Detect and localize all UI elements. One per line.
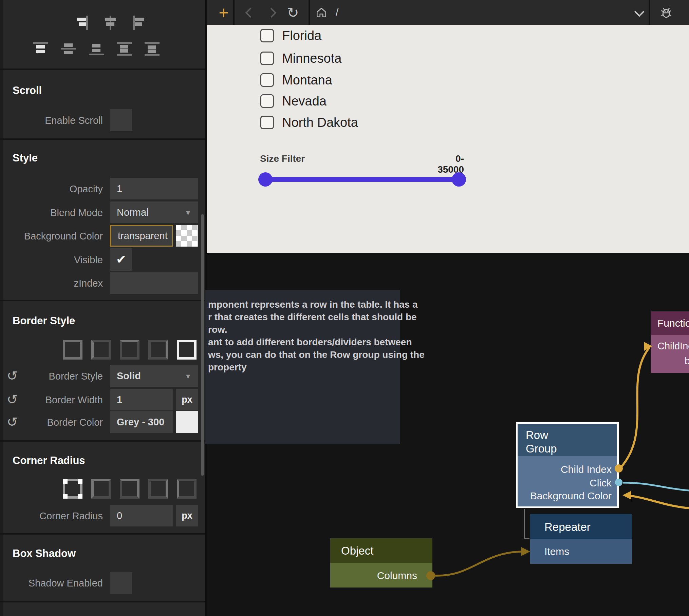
corner-radius-label: Corner Radius	[14, 511, 103, 522]
slider-handle-max[interactable]	[452, 172, 466, 187]
tooltip-line: ws, you can do that on the Row group usi…	[208, 348, 403, 361]
checkbox-minnesota[interactable]	[260, 52, 274, 65]
align-left-icon[interactable]	[130, 16, 147, 31]
border-right-button[interactable]	[148, 340, 168, 360]
border-style-label: Border Style	[14, 371, 103, 382]
zindex-input[interactable]	[110, 272, 198, 294]
home-button[interactable]	[314, 0, 329, 25]
tooltip-line: property	[208, 361, 403, 373]
distribute-vertical-icon[interactable]	[144, 42, 160, 57]
repeater-node[interactable]: Repeater Items	[530, 514, 632, 564]
reload-button[interactable]: ↻	[285, 0, 300, 25]
object-node[interactable]: Object Columns	[330, 538, 432, 588]
tooltip-line: row.	[208, 323, 403, 336]
border-color-input[interactable]: Grey - 300	[110, 411, 173, 433]
forward-button[interactable]	[264, 0, 278, 25]
corner-top-left-button[interactable]	[91, 479, 111, 499]
border-style-section-title: Border Style	[13, 315, 75, 327]
preview-dropdown-button[interactable]	[632, 0, 647, 25]
checkbox-florida-label: Florida	[282, 28, 321, 43]
align-center-horizontal-icon[interactable]	[102, 16, 118, 31]
home-icon	[315, 7, 328, 18]
properties-panel: Scroll Enable Scroll Style Opacity 1 Ble…	[0, 0, 205, 616]
checkbox-florida[interactable]	[260, 29, 274, 42]
align-top-icon[interactable]	[33, 42, 49, 57]
corner-top-right-button[interactable]	[120, 479, 139, 499]
checkbox-nevada[interactable]	[260, 94, 274, 108]
enable-scroll-checkbox[interactable]	[110, 109, 132, 131]
add-button[interactable]: +	[213, 0, 234, 25]
row-group-node-subtitle: Group	[526, 442, 557, 455]
opacity-label: Opacity	[14, 184, 103, 195]
opacity-input[interactable]: 1	[110, 178, 198, 199]
arrowhead-background-color	[622, 491, 631, 500]
border-left-button[interactable]	[91, 340, 111, 360]
style-section-title: Style	[13, 152, 38, 164]
align-right-icon[interactable]	[74, 16, 90, 31]
border-width-input[interactable]: 1	[110, 389, 173, 410]
border-top-button[interactable]	[120, 340, 139, 360]
row-group-node-title: Row	[526, 429, 548, 442]
function-node[interactable]: Function ChildInde b	[651, 311, 689, 373]
back-button[interactable]	[243, 0, 257, 25]
repeater-node-title: Repeater	[544, 521, 591, 534]
background-color-swatch[interactable]	[176, 225, 198, 247]
background-color-port[interactable]: Background Color	[530, 490, 612, 502]
app-preview: Florida Minnesota Montana Nevada North D…	[207, 25, 689, 253]
items-port[interactable]: Items	[544, 546, 569, 557]
object-node-title: Object	[341, 544, 373, 557]
chevron-left-icon	[245, 7, 255, 18]
visible-checkbox[interactable]: ✔	[110, 248, 132, 271]
border-color-label: Border Color	[14, 417, 103, 428]
function-node-title: Function	[657, 317, 689, 329]
alignment-toolbar	[0, 0, 205, 69]
align-center-vertical-icon[interactable]	[60, 42, 77, 57]
columns-port[interactable]: Columns	[377, 570, 417, 581]
border-custom-button[interactable]	[177, 340, 197, 360]
corner-all-button[interactable]	[63, 479, 82, 499]
size-filter-label: Size Filter	[260, 153, 305, 164]
chevron-down-icon: ▾	[186, 371, 190, 381]
border-style-select[interactable]: Solid	[110, 365, 198, 387]
function-port-second-line: b	[685, 355, 689, 367]
checkbox-montana[interactable]	[260, 73, 274, 87]
chevron-down-icon: ▾	[186, 208, 190, 217]
blend-mode-label: Blend Mode	[14, 207, 103, 218]
border-color-swatch[interactable]	[176, 411, 198, 433]
corner-radius-input[interactable]: 0	[110, 505, 173, 526]
corner-bottom-left-button[interactable]	[177, 479, 197, 499]
shadow-enabled-label: Shadow Enabled	[14, 578, 103, 589]
wire-click-out[interactable]	[623, 483, 689, 490]
debug-button[interactable]	[656, 0, 676, 25]
bug-icon	[659, 5, 673, 20]
chevron-right-icon	[266, 7, 276, 18]
blend-mode-select[interactable]: Normal	[110, 201, 198, 223]
checkbox-montana-label: Montana	[282, 73, 332, 88]
enable-scroll-label: Enable Scroll	[14, 115, 103, 126]
wire-background-color-in[interactable]	[629, 496, 689, 508]
wire-childindex-to-function[interactable]	[621, 347, 650, 467]
chevron-down-icon	[634, 6, 644, 17]
slider-handle-min[interactable]	[258, 172, 273, 187]
corner-radius-section-title: Corner Radius	[13, 455, 85, 467]
background-color-input[interactable]: transparent	[110, 225, 173, 247]
scroll-section-title: Scroll	[13, 84, 42, 97]
space-between-vertical-icon[interactable]	[116, 42, 132, 57]
corner-bottom-right-button[interactable]	[148, 479, 168, 499]
function-childindex-port[interactable]: ChildInde	[657, 341, 689, 352]
border-all-button[interactable]	[63, 340, 82, 360]
wire-columns-to-items[interactable]	[435, 552, 523, 576]
tooltip-line: r that creates the different cells that …	[208, 311, 403, 323]
align-bottom-icon[interactable]	[88, 42, 105, 57]
size-filter-slider[interactable]	[265, 177, 459, 182]
checkbox-north-dakota[interactable]	[260, 116, 274, 129]
click-port[interactable]: Click	[590, 477, 612, 489]
shadow-enabled-checkbox[interactable]	[110, 572, 132, 594]
tooltip-line: mponent represents a row in the table. I…	[208, 298, 403, 311]
checkbox-north-dakota-label: North Dakota	[282, 115, 358, 130]
tree-connector	[524, 509, 529, 539]
background-color-label: Background Color	[14, 231, 103, 242]
row-group-node[interactable]: Row Group Child Index Click Background C…	[516, 422, 619, 508]
panel-scrollbar[interactable]	[201, 214, 204, 476]
child-index-port[interactable]: Child Index	[561, 464, 612, 475]
